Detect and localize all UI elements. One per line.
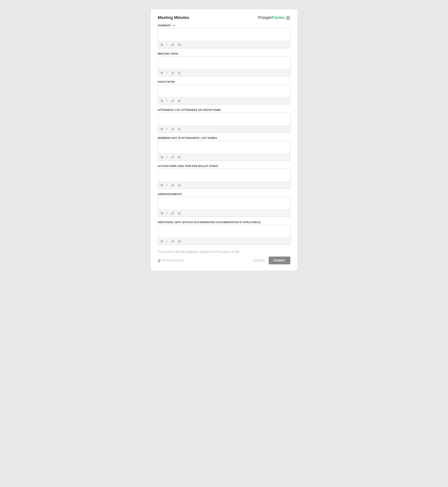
field-group-facilitator: FACILITATORBI (158, 80, 290, 104)
emoji-button-attendees[interactable] (177, 127, 182, 131)
rich-text-field-meeting_topic: BI (158, 56, 290, 77)
bold-button-meeting_topic[interactable]: B (160, 71, 164, 75)
textarea-announcements[interactable] (158, 197, 290, 209)
svg-point-3 (178, 71, 180, 74)
svg-point-14 (179, 157, 180, 157)
italic-button-additional_info[interactable]: I (166, 239, 168, 244)
emoji-icon (178, 99, 181, 102)
field-group-announcements: ANNOUNCEMENTSBI (158, 193, 290, 217)
rich-text-field-summary: BI (158, 28, 290, 48)
link-button-action_items[interactable] (170, 183, 175, 187)
paperclip-icon (158, 259, 161, 262)
svg-point-5 (179, 72, 180, 73)
fields-container: SUMMARY ★BIMEETING TOPICBIFACILITATORBIA… (158, 24, 290, 245)
svg-point-12 (178, 156, 180, 158)
svg-point-1 (179, 44, 179, 45)
emoji-icon (178, 43, 181, 46)
link-icon (171, 240, 174, 243)
svg-point-2 (179, 44, 180, 45)
italic-button-announcements[interactable]: I (166, 211, 168, 215)
bold-button-attendees[interactable]: B (160, 127, 164, 131)
rich-text-field-additional_info: BI (158, 225, 290, 245)
svg-point-8 (179, 101, 180, 101)
link-button-announcements[interactable] (170, 211, 175, 215)
emoji-button-additional_info[interactable] (177, 239, 182, 244)
italic-button-facilitator[interactable]: I (166, 99, 168, 103)
link-button-members_not_in_attendance[interactable] (170, 155, 175, 159)
svg-point-21 (178, 240, 180, 243)
textarea-members_not_in_attendance[interactable] (158, 141, 290, 152)
toolbar-action_items: BI (158, 181, 290, 189)
italic-button-action_items[interactable]: I (166, 183, 168, 187)
brand-prosper-text: Prosper (258, 15, 272, 20)
form-header: Meeting Minutes ProsperForms × (158, 15, 290, 20)
close-button[interactable]: × (286, 16, 290, 20)
textarea-meeting_topic[interactable] (158, 57, 290, 68)
svg-point-9 (178, 128, 180, 130)
emoji-button-facilitator[interactable] (177, 99, 182, 103)
label-announcements: ANNOUNCEMENTS (158, 193, 290, 196)
label-facilitator: FACILITATOR (158, 80, 290, 83)
italic-button-attendees[interactable]: I (166, 127, 168, 131)
emoji-button-members_not_in_attendance[interactable] (177, 155, 182, 159)
svg-point-6 (178, 100, 180, 102)
link-icon (171, 184, 174, 187)
bold-button-facilitator[interactable]: B (160, 99, 164, 103)
emoji-button-action_items[interactable] (177, 183, 182, 187)
link-button-meeting_topic[interactable] (170, 71, 175, 75)
link-button-additional_info[interactable] (170, 239, 175, 244)
emoji-icon (178, 240, 181, 243)
field-group-summary: SUMMARY ★BI (158, 24, 290, 48)
svg-point-15 (178, 184, 180, 186)
field-group-action_items: ACTION ITEMS (ONE ITEM PER BULLET POINT)… (158, 165, 290, 189)
italic-button-summary[interactable]: I (166, 43, 168, 47)
textarea-action_items[interactable] (158, 169, 290, 181)
submit-button[interactable]: SUBMIT (269, 257, 290, 264)
textarea-attendees[interactable] (158, 113, 290, 124)
italic-button-meeting_topic[interactable]: I (166, 71, 168, 75)
emoji-button-announcements[interactable] (177, 211, 182, 215)
emoji-button-summary[interactable] (177, 43, 182, 47)
svg-point-0 (178, 43, 180, 46)
bold-button-summary[interactable]: B (160, 43, 164, 47)
bold-button-action_items[interactable]: B (160, 183, 164, 187)
textarea-facilitator[interactable] (158, 85, 290, 96)
bold-button-members_not_in_attendance[interactable]: B (160, 155, 164, 159)
textarea-summary[interactable] (158, 29, 290, 40)
link-icon (171, 99, 174, 102)
svg-point-16 (179, 185, 179, 185)
toolbar-meeting_topic: BI (158, 69, 290, 76)
bold-button-additional_info[interactable]: B (160, 239, 164, 244)
svg-point-10 (179, 129, 179, 129)
link-icon (171, 212, 174, 215)
action-buttons: CANCEL SUBMIT (253, 257, 290, 264)
emoji-icon (178, 212, 181, 215)
brand-forms-text: Forms (272, 15, 284, 20)
svg-point-11 (179, 129, 180, 129)
bold-button-announcements[interactable]: B (160, 211, 164, 215)
attach-files-button[interactable]: ATTACH FILES (158, 259, 184, 262)
field-group-meeting_topic: MEETING TOPICBI (158, 52, 290, 77)
toolbar-summary: BI (158, 41, 290, 48)
link-button-summary[interactable] (170, 43, 175, 47)
svg-point-22 (179, 241, 179, 241)
label-meeting_topic: MEETING TOPIC (158, 52, 290, 55)
form-actions: ATTACH FILES CANCEL SUBMIT (158, 257, 290, 264)
rich-text-field-attendees: BI (158, 113, 290, 133)
svg-point-13 (179, 157, 179, 157)
emoji-icon (178, 127, 181, 131)
emoji-icon (178, 156, 181, 159)
emoji-button-meeting_topic[interactable] (177, 71, 182, 75)
italic-button-members_not_in_attendance[interactable]: I (166, 155, 168, 159)
emoji-icon (178, 71, 181, 74)
cancel-button[interactable]: CANCEL (253, 259, 266, 262)
form-container: Meeting Minutes ProsperForms × SUMMARY ★… (151, 9, 298, 271)
label-attendees: ATTENDEES: LIST ATTENDEES OR GROUP NAME (158, 109, 290, 111)
field-group-attendees: ATTENDEES: LIST ATTENDEES OR GROUP NAMEB… (158, 109, 290, 133)
field-group-additional_info: ADDITIONAL INFO (ATTACH ACCOMPANYING DOC… (158, 221, 290, 245)
link-button-attendees[interactable] (170, 127, 175, 131)
link-icon (171, 43, 174, 46)
link-button-facilitator[interactable] (170, 99, 175, 103)
rich-text-field-facilitator: BI (158, 85, 290, 104)
textarea-additional_info[interactable] (158, 225, 290, 237)
